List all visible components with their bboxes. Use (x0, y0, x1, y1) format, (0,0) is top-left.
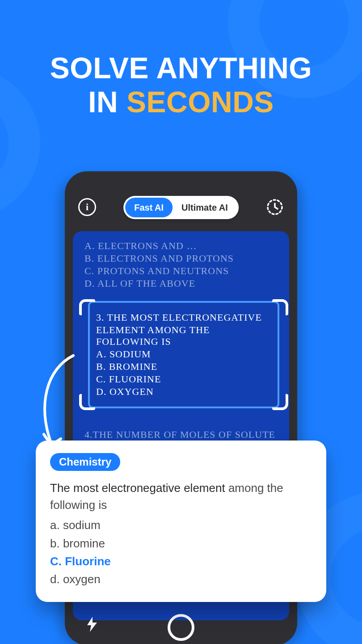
scan-option-d: D. OXYGEN (96, 386, 271, 398)
history-icon (266, 198, 284, 216)
scan-question-line: 3. THE MOST ELECTRONEGATIVE (96, 312, 271, 323)
top-bar: i Fast AI Ultimate AI (65, 171, 297, 225)
frame-corner-icon (272, 394, 288, 410)
headline-line-1: SOLVE ANYTHING (0, 51, 362, 85)
scan-question-line: ELEMENT AMONG THE FOLLOWING IS (96, 324, 271, 347)
fast-ai-option[interactable]: Fast AI (125, 198, 173, 217)
scan-option-a: A. SODIUM (96, 348, 271, 360)
answer-options: a. sodium b. bromine C. Fluorine d. oxyg… (50, 516, 312, 588)
frame-corner-icon (272, 299, 288, 315)
scan-text-line: B. ELECTRONS AND PROTONS (84, 253, 278, 264)
subject-badge: Chemistry (50, 453, 120, 471)
headline: SOLVE ANYTHING IN SECONDS (0, 51, 362, 119)
answer-option-correct: C. Fluorine (50, 552, 312, 570)
capture-frame[interactable]: 3. THE MOST ELECTRONEGATIVE ELEMENT AMON… (81, 301, 286, 408)
frame-corner-icon (79, 299, 95, 315)
capture-selection: 3. THE MOST ELECTRONEGATIVE ELEMENT AMON… (88, 301, 279, 408)
answer-option-b: b. bromine (50, 534, 312, 552)
ultimate-ai-option[interactable]: Ultimate AI (173, 198, 237, 217)
info-button[interactable]: i (78, 198, 96, 216)
info-icon: i (86, 202, 88, 212)
ai-mode-toggle[interactable]: Fast AI Ultimate AI (123, 196, 239, 219)
scan-text-line: A. ELECTRONS AND … (84, 240, 278, 252)
history-button[interactable] (266, 198, 284, 216)
answer-option-d: d. oxygen (50, 570, 312, 588)
scan-option-b: B. BROMINE (96, 361, 271, 373)
shutter-button[interactable] (168, 614, 194, 641)
answer-question-text: The most electronegative element among t… (50, 480, 312, 513)
scan-text-line: D. ALL OF THE ABOVE (84, 278, 278, 289)
scan-text-line: C. PROTONS AND NEUTRONS (84, 265, 278, 277)
camera-controls (65, 614, 297, 641)
answer-option-a: a. sodium (50, 516, 312, 534)
scan-text-line: 4.THE NUMBER OF MOLES OF SOLUTE (84, 429, 278, 441)
flash-icon[interactable] (86, 617, 98, 632)
arrow-icon (33, 351, 82, 454)
headline-line-2: IN SECONDS (0, 85, 362, 119)
answer-card: Chemistry The most electronegative eleme… (36, 441, 326, 602)
scan-option-c: C. FLUORINE (96, 373, 271, 385)
